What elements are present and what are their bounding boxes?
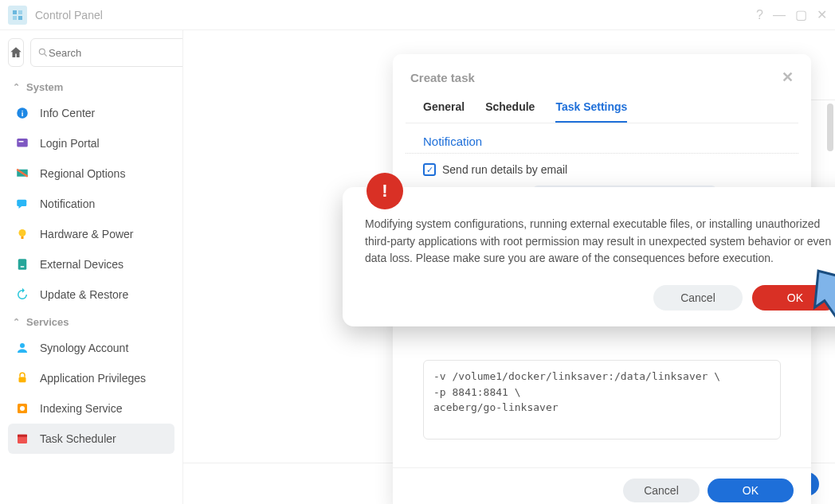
window-title: Control Panel (35, 9, 747, 21)
sidebar-item-task-scheduler[interactable]: Task Scheduler (8, 424, 174, 454)
tab-general[interactable]: General (423, 100, 465, 123)
user-script-textarea[interactable]: -v /volume1/docker/linksaver:/data/links… (423, 360, 781, 440)
dialog-close-icon[interactable]: ✕ (782, 68, 794, 86)
tab-task-settings[interactable]: Task Settings (555, 100, 627, 123)
content-area: xt run time ▲ Owner 16/2022 05:00root16/… (183, 30, 835, 504)
group-system[interactable]: ⌃System (8, 75, 174, 98)
sidebar-item-hardware[interactable]: Hardware & Power (8, 219, 174, 249)
tab-schedule[interactable]: Schedule (485, 100, 535, 123)
send-email-label: Send run details by email (442, 163, 567, 176)
chevron-up-icon: ⌃ (13, 317, 20, 327)
globe-icon (14, 166, 30, 182)
account-icon (14, 340, 30, 356)
sidebar-item-synology[interactable]: Synology Account (8, 333, 174, 363)
sidebar-item-privileges[interactable]: Application Privileges (8, 363, 174, 393)
svg-point-19 (20, 406, 25, 411)
sidebar-item-update[interactable]: Update & Restore (8, 279, 174, 310)
svg-rect-8 (17, 139, 28, 147)
minimize-icon[interactable]: — (773, 8, 786, 22)
sidebar-item-indexing[interactable]: Indexing Service (8, 393, 174, 424)
svg-rect-21 (18, 435, 27, 437)
svg-point-16 (20, 343, 25, 348)
svg-line-5 (45, 54, 47, 57)
sidebar-item-login-portal[interactable]: Login Portal (8, 128, 174, 158)
portal-icon (14, 135, 30, 151)
warning-icon: ! (367, 173, 403, 209)
help-icon[interactable]: ? (756, 8, 763, 22)
scrollbar-thumb[interactable] (827, 104, 833, 151)
svg-rect-1 (18, 10, 22, 14)
warn-cancel-button[interactable]: Cancel (653, 285, 743, 311)
svg-rect-15 (21, 266, 25, 268)
lock-icon (14, 370, 30, 386)
task-cancel-button[interactable]: Cancel (623, 479, 700, 502)
bulb-icon (14, 226, 30, 242)
info-icon: i (14, 105, 30, 121)
svg-rect-9 (19, 141, 24, 143)
chevron-up-icon: ⌃ (13, 82, 20, 92)
search-input[interactable] (49, 47, 182, 59)
svg-rect-11 (17, 200, 26, 206)
send-email-checkbox[interactable]: ✓ (423, 163, 436, 176)
device-icon (14, 256, 30, 272)
index-icon (14, 400, 30, 416)
svg-rect-17 (19, 377, 26, 383)
sidebar: ⌃System iInfo Center Login Portal Region… (0, 30, 183, 504)
svg-rect-13 (22, 236, 24, 239)
svg-rect-3 (18, 16, 22, 20)
maximize-icon[interactable]: ▢ (795, 7, 807, 22)
svg-text:i: i (22, 109, 24, 118)
dialog-title: Create task (410, 71, 475, 84)
cursor-arrow-annotation (805, 261, 835, 335)
warning-text: Modifying system configurations, running… (365, 216, 835, 268)
sidebar-item-notification[interactable]: Notification (8, 189, 174, 219)
warning-dialog: ! Modifying system configurations, runni… (343, 187, 835, 326)
calendar-icon (14, 431, 30, 447)
search-icon (37, 47, 49, 58)
close-icon[interactable]: ✕ (817, 7, 827, 22)
svg-point-12 (19, 229, 26, 236)
refresh-icon (14, 287, 30, 303)
group-services[interactable]: ⌃Services (8, 310, 174, 333)
home-button[interactable] (8, 38, 24, 67)
dialog-footer: Cancel OK (393, 467, 811, 504)
dialog-tabs: General Schedule Task Settings (406, 89, 798, 123)
section-notification: Notification (406, 123, 798, 154)
svg-rect-14 (18, 259, 27, 270)
control-panel-icon (8, 6, 27, 25)
sidebar-item-info-center[interactable]: iInfo Center (8, 98, 174, 128)
search-input-wrap[interactable] (30, 38, 183, 67)
titlebar: Control Panel ? — ▢ ✕ (0, 0, 835, 30)
sidebar-item-regional[interactable]: Regional Options (8, 158, 174, 189)
sidebar-item-external[interactable]: External Devices (8, 249, 174, 279)
svg-point-4 (39, 49, 45, 54)
task-ok-button[interactable]: OK (708, 479, 794, 502)
svg-rect-0 (13, 10, 17, 14)
chat-icon (14, 196, 30, 212)
svg-rect-2 (13, 16, 17, 20)
